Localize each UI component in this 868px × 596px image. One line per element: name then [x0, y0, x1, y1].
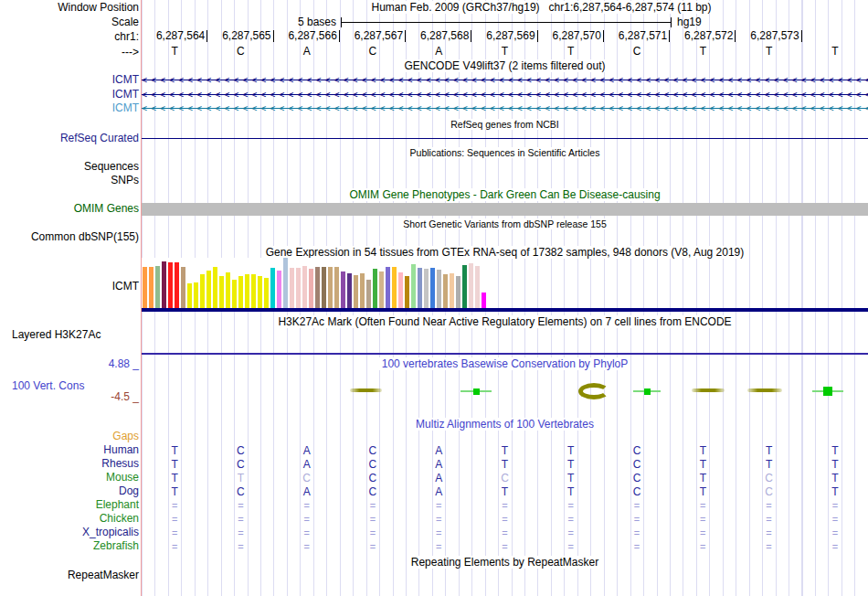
publications-track-title[interactable]: Publications: Sequences in Scientific Ar…	[142, 147, 868, 159]
omim-track-title[interactable]: OMIM Gene Phenotypes - Dark Green Can Be…	[142, 189, 868, 201]
repeatmasker-track-title[interactable]: Repeating Elements by RepeatMasker	[142, 557, 868, 569]
species-label-rhesus[interactable]: Rhesus	[0, 458, 139, 470]
coordinate-label: 6,287,572	[676, 30, 736, 42]
gtex-tissue-bar	[187, 283, 192, 308]
alignment-cell-dog: C	[229, 486, 251, 498]
alignment-cell-mouse: T	[164, 473, 185, 484]
gtex-tissue-bar	[315, 267, 320, 308]
refseq-track-title[interactable]: RefSeq genes from NCBI	[142, 119, 868, 131]
gtex-tissue-bar	[430, 268, 435, 308]
alignment-cell-zebrafish: =	[626, 541, 648, 553]
alignment-cell-zebrafish: =	[758, 541, 780, 553]
alignment-cell-rhesus: T	[164, 459, 185, 471]
phylop-min-value: -4.5 _	[0, 391, 139, 403]
gtex-tissue-bar	[302, 266, 307, 308]
phylop-max-value: 4.88 _	[0, 358, 139, 370]
alignment-cell-x_tropicalis: =	[296, 527, 318, 539]
gtex-tissue-bar	[405, 276, 409, 308]
gtex-tissue-bar	[475, 266, 480, 308]
gtex-tissue-bar	[360, 273, 365, 308]
publications-snps-label[interactable]: SNPs	[0, 175, 139, 186]
gene-label-icmt[interactable]: ICMT	[0, 74, 139, 86]
publications-sequences-label[interactable]: Sequences	[0, 161, 139, 173]
gtex-tissue-bar	[245, 274, 249, 308]
alignment-cell-human: T	[758, 445, 780, 457]
species-label-x_tropicalis[interactable]: X_tropicalis	[0, 527, 139, 538]
assembly-title: Human Feb. 2009 (GRCh37/hg19)	[371, 1, 539, 14]
gtex-tissue-bar	[264, 278, 269, 308]
alignment-cell-zebrafish: =	[560, 541, 582, 553]
alignment-cell-x_tropicalis: =	[164, 527, 185, 539]
alignment-cell-elephant: =	[626, 500, 648, 512]
position-title: Human Feb. 2009 (GRCh37/hg19) chr1:6,287…	[178, 2, 868, 14]
dbsnp-track-title[interactable]: Short Genetic Variants from dbSNP releas…	[142, 218, 868, 230]
h3k27ac-track-title[interactable]: H3K27Ac Mark (Often Found Near Active Re…	[142, 316, 868, 328]
conservation-c-glyph	[578, 383, 609, 399]
gtex-tissue-bar	[482, 293, 486, 308]
gtex-tissue-bar	[206, 271, 211, 308]
gtex-tissue-bar	[443, 274, 448, 308]
common-dbsnp-label[interactable]: Common dbSNP(155)	[0, 231, 139, 243]
alignment-cell-x_tropicalis: =	[494, 527, 516, 539]
alignment-cell-x_tropicalis: =	[362, 527, 384, 539]
coordinate-label: 6,287,566	[281, 30, 340, 42]
gtex-tissue-bar	[462, 265, 467, 308]
alignment-cell-human: C	[229, 445, 251, 457]
alignment-cell-x_tropicalis: =	[560, 527, 582, 539]
alignment-cell-rhesus: A	[428, 459, 450, 471]
alignment-cell-dog: C	[758, 486, 780, 498]
gene-label-icmt[interactable]: ICMT	[0, 102, 139, 114]
gene-label-icmt[interactable]: ICMT	[0, 89, 139, 101]
alignment-cell-dog: T	[692, 486, 714, 498]
gtex-tissue-bar	[366, 280, 371, 308]
transcript-strand-arrows[interactable]: <<<<<<<<<<<<<<<<<<<<<<<<<<<<<<<<<<<<<<<<…	[142, 74, 868, 86]
species-label-mouse[interactable]: Mouse	[0, 472, 139, 484]
refseq-curated-line[interactable]	[142, 138, 868, 139]
species-label-zebrafish[interactable]: Zebrafish	[0, 540, 139, 552]
species-label-gaps[interactable]: Gaps	[0, 431, 139, 442]
coordinate-label: 6,287,571	[610, 30, 670, 42]
transcript-strand-arrows[interactable]: <<<<<<<<<<<<<<<<<<<<<<<<<<<<<<<<<<<<<<<<…	[142, 89, 868, 101]
gtex-tissue-bar	[277, 271, 281, 308]
gtex-tissue-bar	[168, 262, 173, 308]
scale-label: Scale	[0, 16, 139, 28]
conservation-dash	[350, 388, 382, 392]
gtex-tissue-bar	[418, 268, 422, 308]
position-range: chr1:6,287,564-6,287,574 (11 bp)	[549, 1, 712, 14]
species-label-human[interactable]: Human	[0, 444, 139, 456]
alignment-cell-zebrafish: =	[428, 541, 450, 553]
alignment-cell-elephant: =	[296, 500, 318, 512]
h3k27ac-baseline[interactable]	[142, 353, 868, 355]
gtex-tissue-bar	[411, 264, 416, 308]
multiz-track-title[interactable]: Multiz Alignments of 100 Vertebrates	[142, 419, 868, 431]
alignment-cell-zebrafish: =	[229, 541, 251, 553]
gtex-tissue-bar	[200, 274, 205, 308]
omim-genes-label[interactable]: OMIM Genes	[0, 203, 139, 215]
alignment-cell-rhesus: C	[229, 459, 251, 471]
gencode-track-title[interactable]: GENCODE V49lift37 (2 items filtered out)	[142, 60, 868, 72]
alignment-cell-dog: T	[164, 486, 185, 498]
gtex-tissue-bar	[270, 268, 275, 308]
omim-genes-bar[interactable]	[142, 203, 868, 216]
alignment-cell-mouse: C	[296, 473, 318, 484]
alignment-cell-elephant: =	[824, 500, 846, 512]
refseq-curated-label[interactable]: RefSeq Curated	[0, 133, 139, 144]
alignment-cell-chicken: =	[758, 514, 780, 526]
gtex-tissue-bar	[258, 276, 262, 308]
phylop-track-title[interactable]: 100 vertebrates Basewise Conservation by…	[142, 358, 868, 370]
scale-bar	[341, 17, 672, 27]
species-label-chicken[interactable]: Chicken	[0, 513, 139, 525]
alignment-cell-mouse: C	[758, 473, 780, 484]
layered-h3k27ac-label[interactable]: Layered H3K27Ac	[12, 329, 101, 341]
species-label-elephant[interactable]: Elephant	[0, 499, 139, 511]
gtex-tissue-bar	[162, 261, 166, 308]
repeatmasker-label[interactable]: RepeatMasker	[0, 569, 139, 581]
gtex-tissue-bar	[232, 280, 237, 308]
species-label-dog[interactable]: Dog	[0, 485, 139, 497]
alignment-cell-chicken: =	[362, 514, 384, 526]
gtex-gene-label[interactable]: ICMT	[0, 281, 139, 293]
gtex-tissue-bar	[328, 267, 333, 308]
gtex-expression-barchart[interactable]	[142, 258, 488, 308]
transcript-strand-arrows[interactable]: <<<<<<<<<<<<<<<<<<<<<<<<<<<<<<<<<<<<<<<<…	[142, 102, 868, 114]
gtex-tissue-bar	[424, 269, 429, 308]
